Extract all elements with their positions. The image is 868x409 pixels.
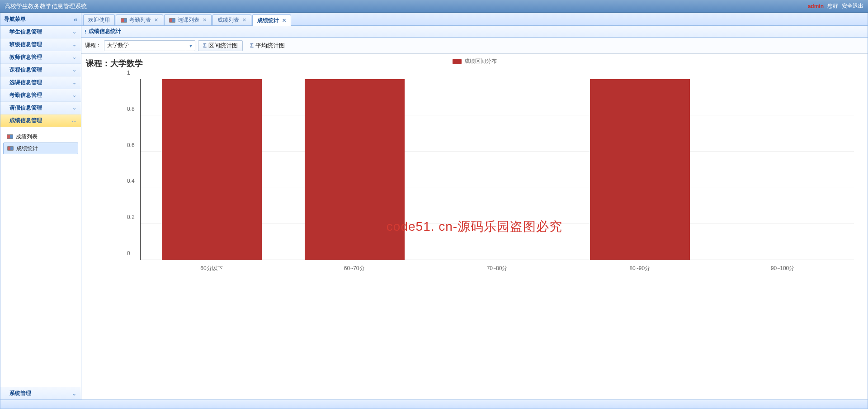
chevron-down-icon: ⌄ xyxy=(72,390,76,397)
greeting-text: 您好 xyxy=(827,2,838,10)
sidebar-title: 导航菜单 xyxy=(4,15,26,23)
nav-label: 教师信息管理 xyxy=(9,53,42,61)
sidebar-item-system[interactable]: 系统管理 ⌄ xyxy=(0,387,81,399)
sidebar-item[interactable]: 学生信息管理⌄ xyxy=(0,26,81,38)
nav-label: 选课信息管理 xyxy=(9,79,42,86)
chart-bar xyxy=(162,79,262,260)
tab-label: 欢迎使用 xyxy=(88,16,110,24)
logout-link[interactable]: 安全退出 xyxy=(842,2,863,10)
chart-bar xyxy=(305,79,405,260)
chevron-up-icon: ︿ xyxy=(71,117,76,124)
chart-canvas: 00.20.40.60.81 xyxy=(140,79,854,260)
sigma-icon: Σ xyxy=(250,42,254,49)
nav-label: 成绩信息管理 xyxy=(9,117,42,124)
chevron-down-icon: ⌄ xyxy=(72,105,76,111)
y-tick-label: 0.2 xyxy=(127,214,135,220)
y-tick-label: 1 xyxy=(127,70,130,76)
nav-group: 学生信息管理⌄班级信息管理⌄教师信息管理⌄课程信息管理⌄选课信息管理⌄考勤信息管… xyxy=(0,26,81,387)
panel-title-icon xyxy=(85,30,86,33)
tab[interactable]: 欢迎使用 xyxy=(83,14,115,25)
sidebar-header: 导航菜单 « xyxy=(0,13,81,26)
chevron-down-icon: ⌄ xyxy=(72,29,76,35)
sidebar-item[interactable]: 考勤信息管理⌄ xyxy=(0,89,81,102)
sidebar-sub-item[interactable]: 成绩列表 xyxy=(3,131,78,143)
sigma-icon: Σ xyxy=(203,42,207,49)
nav-label: 系统管理 xyxy=(9,390,31,397)
course-input[interactable] xyxy=(104,41,186,51)
interval-chart-button[interactable]: Σ 区间统计图 xyxy=(198,40,243,51)
x-tick-label: 60分以下 xyxy=(200,265,222,272)
nav-label: 课程信息管理 xyxy=(9,66,42,74)
x-tick-label: 90~100分 xyxy=(771,265,794,272)
sidebar-item[interactable]: 班级信息管理⌄ xyxy=(0,38,81,51)
tab-label: 成绩统计 xyxy=(257,17,279,24)
sub-item-label: 成绩统计 xyxy=(16,145,38,152)
button-label: 平均统计图 xyxy=(255,42,285,50)
sidebar-item[interactable]: 教师信息管理⌄ xyxy=(0,51,81,64)
chart-legend: 成绩区间分布 xyxy=(453,57,497,65)
y-tick-label: 0.6 xyxy=(127,142,135,148)
sub-item-label: 成绩列表 xyxy=(16,133,38,141)
sidebar-item[interactable]: 课程信息管理⌄ xyxy=(0,64,81,76)
close-icon[interactable]: ✕ xyxy=(154,17,158,23)
chevron-down-icon: ⌄ xyxy=(72,92,76,98)
status-bar xyxy=(0,400,868,409)
chevron-down-icon[interactable]: ▾ xyxy=(186,41,195,51)
chevron-down-icon: ⌄ xyxy=(72,67,76,73)
y-tick-label: 0.8 xyxy=(127,106,135,112)
book-icon xyxy=(7,134,13,139)
tab-label: 成绩列表 xyxy=(217,16,239,24)
sidebar-item[interactable]: 成绩信息管理︿ xyxy=(0,114,81,127)
nav-label: 学生信息管理 xyxy=(9,28,42,36)
content-area: 欢迎使用考勤列表✕选课列表✕成绩列表✕成绩统计✕ 成绩信息统计 课程： ▾ Σ … xyxy=(81,13,868,400)
toolbar: 课程： ▾ Σ 区间统计图 Σ 平均统计图 xyxy=(81,38,868,54)
chevron-down-icon: ⌄ xyxy=(72,54,76,60)
button-label: 区间统计图 xyxy=(208,42,238,50)
book-icon xyxy=(121,18,127,23)
y-tick-label: 0.4 xyxy=(127,178,135,184)
nav-label: 请假信息管理 xyxy=(9,104,42,112)
nav-label: 班级信息管理 xyxy=(9,41,42,48)
legend-label: 成绩区间分布 xyxy=(464,57,497,65)
current-user: admin xyxy=(808,3,824,10)
close-icon[interactable]: ✕ xyxy=(282,18,286,24)
app-title: 高校学生教务教学信息管理系统 xyxy=(5,2,808,10)
tab-bar: 欢迎使用考勤列表✕选课列表✕成绩列表✕成绩统计✕ xyxy=(81,13,868,26)
nav-label: 考勤信息管理 xyxy=(9,91,42,99)
tab[interactable]: 选课列表✕ xyxy=(164,14,212,25)
y-tick-label: 0 xyxy=(127,250,130,257)
close-icon[interactable]: ✕ xyxy=(203,17,207,23)
chevron-down-icon: ⌄ xyxy=(72,80,76,86)
chevron-down-icon: ⌄ xyxy=(72,42,76,48)
app-header: 高校学生教务教学信息管理系统 admin 您好 安全退出 xyxy=(0,0,868,13)
chart-area: 课程：大学数学 成绩区间分布 00.20.40.60.81 60分以下60~70… xyxy=(81,54,868,399)
x-tick-label: 60~70分 xyxy=(344,265,365,272)
avg-chart-button[interactable]: Σ 平均统计图 xyxy=(245,40,289,51)
tab[interactable]: 成绩统计✕ xyxy=(252,14,291,26)
book-icon xyxy=(169,18,175,23)
header-right: admin 您好 安全退出 xyxy=(808,2,863,10)
sidebar-item[interactable]: 请假信息管理⌄ xyxy=(0,102,81,114)
sidebar: 导航菜单 « 学生信息管理⌄班级信息管理⌄教师信息管理⌄课程信息管理⌄选课信息管… xyxy=(0,13,81,400)
tab[interactable]: 成绩列表✕ xyxy=(212,14,251,25)
tab-label: 选课列表 xyxy=(178,16,199,24)
book-icon xyxy=(7,146,14,151)
x-axis-labels: 60分以下60~70分70~80分80~90分90~100分 xyxy=(140,265,854,274)
panel-title-bar: 成绩信息统计 xyxy=(81,26,868,38)
close-icon[interactable]: ✕ xyxy=(242,17,246,23)
course-select[interactable]: ▾ xyxy=(104,40,195,51)
course-label: 课程： xyxy=(85,42,101,49)
legend-swatch xyxy=(453,59,462,64)
x-tick-label: 80~90分 xyxy=(629,265,650,272)
sidebar-item[interactable]: 选课信息管理⌄ xyxy=(0,76,81,89)
x-tick-label: 70~80分 xyxy=(487,265,508,272)
chart-title: 课程：大学数学 xyxy=(86,58,143,69)
nav-sub-group: 成绩列表成绩统计 xyxy=(0,127,81,158)
sidebar-sub-item[interactable]: 成绩统计 xyxy=(3,143,78,154)
tab[interactable]: 考勤列表✕ xyxy=(116,14,163,25)
chart-bar xyxy=(590,79,690,260)
collapse-icon[interactable]: « xyxy=(74,16,77,23)
tab-label: 考勤列表 xyxy=(129,16,151,24)
panel-title: 成绩信息统计 xyxy=(89,28,121,35)
